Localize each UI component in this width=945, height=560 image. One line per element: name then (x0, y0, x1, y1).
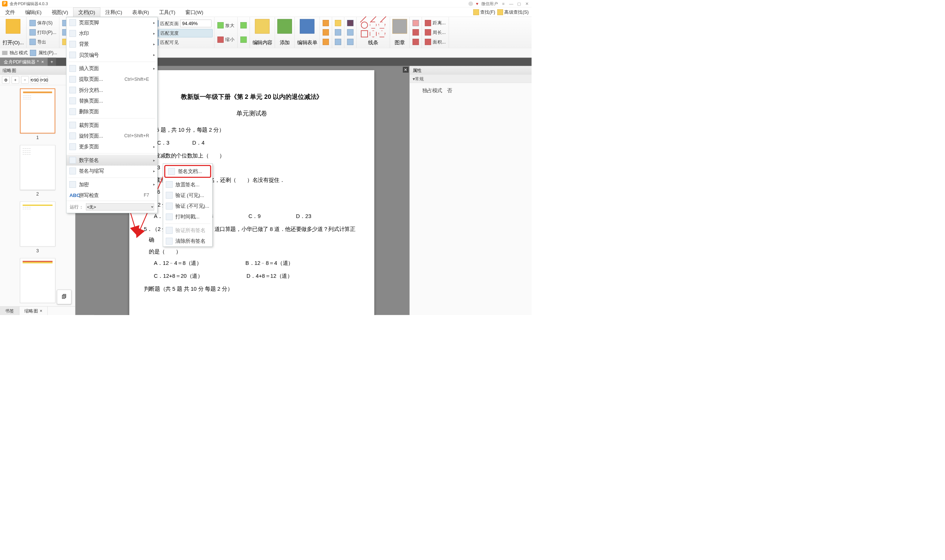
menu-window[interactable]: 窗口(W) (180, 8, 208, 17)
perimeter-button[interactable]: 周长... (424, 28, 447, 36)
doc-title: 教新版一年级下册《第 2 单元 20 以内的退位减法》 (144, 91, 360, 103)
find-button[interactable]: 查找(F) (473, 9, 495, 15)
add-button[interactable]: 添加 (276, 18, 293, 47)
tab-close-icon[interactable]: × (42, 59, 44, 65)
menu-tool[interactable]: 工具(T) (154, 8, 180, 17)
fit-visible-button[interactable]: 匹配可见 (151, 38, 213, 46)
menu-document[interactable]: 文档(D) (73, 8, 100, 17)
menu-background[interactable]: 背景▸ (66, 39, 157, 49)
attach[interactable] (346, 28, 355, 36)
tt[interactable] (334, 28, 342, 36)
menu-insert-page[interactable]: 插入页面▸ (66, 63, 157, 74)
t3[interactable] (322, 38, 330, 46)
note[interactable] (346, 19, 355, 27)
rotate-left-icon[interactable]: ⟲90 (31, 76, 38, 83)
zoom-in-thumb[interactable]: ＋ (12, 76, 19, 83)
thumb-list[interactable]: — — — —— — — —— — — — 1 — — — —— — — —— … (0, 85, 75, 306)
print-button[interactable]: 打印(P)... (28, 28, 58, 36)
edit-form-button[interactable]: 编辑表单 (296, 18, 318, 47)
menu-view[interactable]: 视图(V) (46, 8, 73, 17)
signdoc-icon (168, 168, 175, 175)
minimize-button[interactable]: — (509, 1, 514, 6)
va-icon (166, 227, 173, 234)
properties-button[interactable]: 属性(P)... (39, 50, 58, 56)
undo-button[interactable] (239, 22, 248, 29)
menu-verify-invisible[interactable]: 验证 (不可见)... (163, 201, 213, 211)
redo-button[interactable] (239, 36, 248, 43)
tu[interactable] (334, 38, 342, 46)
close-icon[interactable]: × (40, 308, 42, 314)
exclusive-button[interactable]: 独占模式 (9, 50, 28, 56)
menu-split[interactable]: 拆分文档... (66, 85, 157, 95)
menu-digital-signature[interactable]: 数字签名▸ (66, 155, 157, 166)
menu-delete-page[interactable]: 删除页面 (66, 106, 157, 117)
hl[interactable] (334, 19, 342, 27)
export-button[interactable]: 导出 (28, 38, 58, 46)
props-section[interactable]: ▾ 常规 (410, 75, 532, 83)
eraser[interactable] (411, 19, 420, 27)
menu-place-signature[interactable]: 放置签名... (163, 179, 213, 189)
more-icon (69, 143, 76, 150)
stamp-button[interactable]: 图章 (392, 18, 408, 47)
fit-page-button[interactable]: 匹配页面 (151, 19, 213, 28)
tab-thumbnails[interactable]: 缩略图× (19, 306, 47, 315)
fit-width-button[interactable]: 匹配宽度 (151, 29, 213, 37)
run-select[interactable]: <无> (86, 203, 154, 210)
thumb-page-3[interactable]: — — — —— — — — (20, 202, 55, 246)
t1[interactable] (322, 19, 330, 27)
menu-bates[interactable]: 贝茨编号▸ (66, 49, 157, 60)
menu-sign-document[interactable]: 签名文档... (164, 165, 211, 178)
form-icon (300, 19, 314, 34)
menu-file[interactable]: 文件 (0, 8, 20, 17)
menu-more-pages[interactable]: 更多页面▸ (66, 141, 157, 152)
sign-icon (69, 157, 76, 163)
menu-icon[interactable]: ≡ (501, 1, 506, 6)
menu-annotate[interactable]: 注释(C) (100, 8, 127, 17)
note-icon (347, 20, 354, 26)
menu-header-footer[interactable]: 页眉页脚▸ (66, 17, 157, 28)
lines-button[interactable]: 线条 (358, 18, 388, 47)
menu-form[interactable]: 表单(R) (127, 8, 154, 17)
t2[interactable] (322, 28, 330, 36)
app-icon: P (2, 1, 8, 7)
zoom-in-button[interactable]: 放大 (216, 22, 236, 29)
area-button[interactable]: 面积... (424, 38, 447, 46)
distance-button[interactable]: 距离... (424, 19, 447, 27)
menu-edit[interactable]: 编辑(E) (20, 8, 46, 17)
save-button[interactable]: 保存(S) (28, 19, 58, 27)
menu-extract-page[interactable]: 提取页面...Ctrl+Shift+E (66, 74, 157, 85)
menu-clear-all[interactable]: 清除所有签名 (163, 236, 213, 246)
close-window-button[interactable]: ✕ (524, 1, 530, 6)
user-avatar-icon[interactable] (469, 2, 473, 6)
tab-bookmarks[interactable]: 书签 (0, 306, 19, 315)
menu-crop-page[interactable]: 裁剪页面 (66, 120, 157, 131)
document-tab[interactable]: 金舟PDF编辑器 *× (0, 58, 48, 66)
menu-verify-visible[interactable]: 验证 (可见)... (163, 190, 213, 201)
sound[interactable] (346, 38, 355, 46)
menu-watermark[interactable]: 水印▸ (66, 28, 157, 39)
zoom-input[interactable] (180, 20, 211, 27)
maximize-button[interactable]: ▢ (517, 1, 522, 6)
copy-pages-button[interactable]: 🗐 (57, 289, 71, 304)
edit-content-button[interactable]: 编辑内容 (251, 18, 273, 47)
thumb-page-2[interactable]: — — — —— — — —— — — —— — — — (20, 145, 55, 190)
m2[interactable] (411, 28, 420, 36)
settings-icon[interactable]: ⚙ (2, 76, 9, 83)
advanced-find-button[interactable]: 高级查找(S) (497, 9, 529, 15)
thumb-page-1[interactable]: — — — —— — — —— — — — (20, 89, 55, 134)
menu-encrypt[interactable]: 加密▸ (66, 179, 157, 189)
menu-timestamp[interactable]: 打时间戳... (163, 211, 213, 222)
menu-spellcheck[interactable]: ABC拼写检查F7 (66, 190, 157, 201)
zoom-out-button[interactable]: 缩小 (216, 36, 236, 43)
thumb-page-4[interactable] (20, 258, 55, 303)
rotate-right-icon[interactable]: ⟳90 (40, 76, 48, 83)
new-tab-button[interactable]: + (48, 58, 56, 66)
split-icon (69, 87, 76, 93)
menu-rotate-page[interactable]: 旋转页面...Ctrl+Shift+R (66, 131, 157, 141)
menu-replace-page[interactable]: 替换页面... (66, 95, 157, 106)
thumb-label: 3 (36, 248, 39, 254)
menu-sign-initials[interactable]: 签名与缩写▸ (66, 166, 157, 176)
m3[interactable] (411, 38, 420, 46)
open-button[interactable]: 打开(O)... (2, 18, 25, 47)
zoom-out-thumb[interactable]: － (21, 76, 28, 83)
